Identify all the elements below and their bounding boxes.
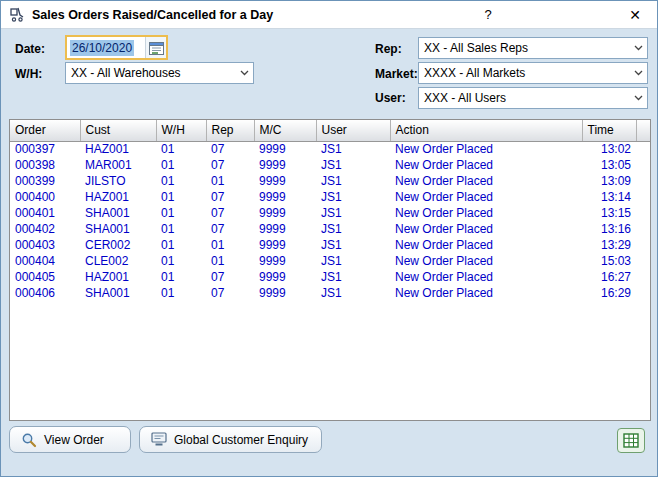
- date-value: 26/10/2020: [70, 40, 134, 56]
- table-cell-filler: [636, 237, 650, 253]
- table-cell: 16:29: [582, 285, 636, 301]
- table-cell: New Order Placed: [390, 173, 582, 189]
- search-icon: [21, 432, 37, 448]
- table-cell: 13:05: [582, 157, 636, 173]
- orders-table-body: 000397HAZ00101079999JS1New Order Placed1…: [10, 141, 650, 301]
- table-row[interactable]: 000405HAZ00101079999JS1New Order Placed1…: [10, 269, 650, 285]
- calendar-icon: [149, 41, 164, 55]
- user-label: User:: [375, 91, 406, 105]
- col-cust[interactable]: Cust: [80, 120, 156, 141]
- col-rep[interactable]: Rep: [206, 120, 254, 141]
- col-order[interactable]: Order: [10, 120, 80, 141]
- table-cell: 9999: [254, 157, 316, 173]
- table-cell: JS1: [316, 173, 390, 189]
- table-cell: 07: [206, 285, 254, 301]
- warehouse-select[interactable]: XX - All Warehouses: [65, 62, 254, 84]
- date-label: Date:: [15, 42, 45, 56]
- col-mc[interactable]: M/C: [254, 120, 316, 141]
- table-cell: 000406: [10, 285, 80, 301]
- table-cell: New Order Placed: [390, 221, 582, 237]
- table-cell: New Order Placed: [390, 205, 582, 221]
- user-select[interactable]: XXX - All Users: [418, 87, 648, 109]
- warehouse-value: XX - All Warehouses: [66, 66, 236, 80]
- table-cell: 01: [156, 237, 206, 253]
- table-cell: JS1: [316, 189, 390, 205]
- table-cell: JS1: [316, 157, 390, 173]
- global-enquiry-label: Global Customer Enquiry: [174, 433, 308, 447]
- table-cell: 9999: [254, 141, 316, 157]
- col-action[interactable]: Action: [390, 120, 582, 141]
- table-cell: 01: [156, 189, 206, 205]
- col-time[interactable]: Time: [582, 120, 636, 141]
- table-row[interactable]: 000398MAR00101079999JS1New Order Placed1…: [10, 157, 650, 173]
- global-enquiry-icon: [151, 432, 167, 447]
- table-cell: 01: [156, 205, 206, 221]
- table-cell: 07: [206, 141, 254, 157]
- table-cell: JS1: [316, 253, 390, 269]
- col-user[interactable]: User: [316, 120, 390, 141]
- view-order-button[interactable]: View Order: [9, 426, 131, 453]
- table-row[interactable]: 000404CLE00201019999JS1New Order Placed1…: [10, 253, 650, 269]
- table-cell: JILSTO: [80, 173, 156, 189]
- table-cell: CER002: [80, 237, 156, 253]
- table-row[interactable]: 000399JILSTO01019999JS1New Order Placed1…: [10, 173, 650, 189]
- table-cell: 000397: [10, 141, 80, 157]
- table-cell: CLE002: [80, 253, 156, 269]
- table-cell: 9999: [254, 221, 316, 237]
- table-cell: 07: [206, 189, 254, 205]
- table-row[interactable]: 000402SHA00101079999JS1New Order Placed1…: [10, 221, 650, 237]
- table-row[interactable]: 000403CER00201019999JS1New Order Placed1…: [10, 237, 650, 253]
- global-customer-enquiry-button[interactable]: Global Customer Enquiry: [139, 426, 322, 453]
- table-cell: 13:02: [582, 141, 636, 157]
- chevron-down-icon: [630, 88, 647, 108]
- table-cell: 01: [206, 237, 254, 253]
- table-cell: 01: [206, 253, 254, 269]
- table-cell: 9999: [254, 269, 316, 285]
- chevron-down-icon: [630, 63, 647, 83]
- table-cell: 9999: [254, 173, 316, 189]
- table-cell: HAZ001: [80, 269, 156, 285]
- table-cell: New Order Placed: [390, 253, 582, 269]
- calendar-picker-button[interactable]: [145, 37, 166, 58]
- table-cell: 000400: [10, 189, 80, 205]
- close-button[interactable]: ✕: [625, 6, 645, 24]
- table-header-row: Order Cust W/H Rep M/C User Action Time: [10, 120, 650, 141]
- app-icon: [9, 7, 25, 23]
- table-cell-filler: [636, 253, 650, 269]
- date-input[interactable]: 26/10/2020: [67, 37, 145, 58]
- window-title: Sales Orders Raised/Cancelled for a Day: [32, 8, 273, 22]
- table-row[interactable]: 000401SHA00101079999JS1New Order Placed1…: [10, 205, 650, 221]
- table-cell: JS1: [316, 221, 390, 237]
- sales-orders-window: Sales Orders Raised/Cancelled for a Day …: [0, 0, 658, 477]
- market-select[interactable]: XXXX - All Markets: [418, 62, 648, 84]
- table-row[interactable]: 000406SHA00101079999JS1New Order Placed1…: [10, 285, 650, 301]
- table-cell: JS1: [316, 269, 390, 285]
- table-cell: JS1: [316, 205, 390, 221]
- table-cell: 000399: [10, 173, 80, 189]
- market-value: XXXX - All Markets: [419, 66, 630, 80]
- table-cell: 13:29: [582, 237, 636, 253]
- table-cell: 13:16: [582, 221, 636, 237]
- table-cell-filler: [636, 205, 650, 221]
- table-cell: 01: [156, 221, 206, 237]
- rep-select[interactable]: XX - All Sales Reps: [418, 37, 648, 59]
- table-cell: New Order Placed: [390, 157, 582, 173]
- help-button[interactable]: ?: [479, 6, 497, 24]
- excel-export-button[interactable]: [617, 428, 645, 453]
- orders-table: Order Cust W/H Rep M/C User Action Time …: [10, 120, 650, 301]
- table-cell-filler: [636, 269, 650, 285]
- table-cell: 000398: [10, 157, 80, 173]
- table-cell: New Order Placed: [390, 189, 582, 205]
- rep-label: Rep:: [375, 42, 402, 56]
- excel-icon: [623, 433, 639, 448]
- table-cell: 01: [156, 269, 206, 285]
- table-cell: 16:27: [582, 269, 636, 285]
- table-cell: 01: [206, 173, 254, 189]
- warehouse-label: W/H:: [15, 67, 42, 81]
- table-cell: 01: [156, 173, 206, 189]
- table-row[interactable]: 000400HAZ00101079999JS1New Order Placed1…: [10, 189, 650, 205]
- table-row[interactable]: 000397HAZ00101079999JS1New Order Placed1…: [10, 141, 650, 157]
- col-wh[interactable]: W/H: [156, 120, 206, 141]
- table-cell: 000404: [10, 253, 80, 269]
- table-cell: 9999: [254, 189, 316, 205]
